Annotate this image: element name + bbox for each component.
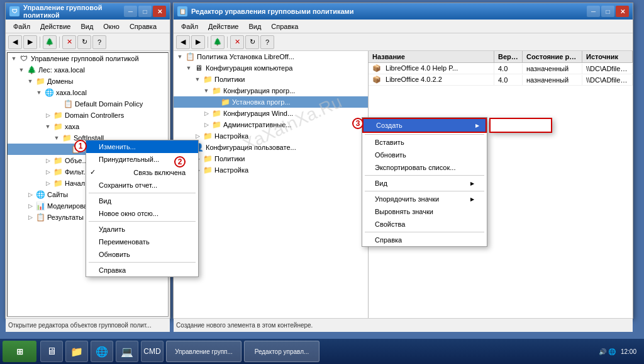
- taskbar-btn-4[interactable]: 💻: [116, 341, 138, 362]
- editor-tree-user-policies[interactable]: ▷ 📁 Политики: [174, 153, 368, 164]
- expand-xaxa: ▼: [43, 122, 53, 132]
- toolbar-sep-2: [59, 37, 60, 48]
- right-delete-button[interactable]: ✕: [230, 35, 244, 49]
- right-ctx-sep-1: [365, 134, 484, 135]
- show-tree-button[interactable]: 🌲: [43, 35, 57, 49]
- taskbar-app-gpm[interactable]: Управление групп...: [166, 341, 242, 362]
- order-arrow: ▶: [470, 196, 474, 202]
- table-row[interactable]: 📦 LibreOffice 4.0 Help P... 4.0 назначен…: [369, 63, 633, 74]
- ctx-item-refresh[interactable]: Обновить: [86, 248, 198, 261]
- ctx-item-rename[interactable]: Переименовать: [86, 236, 198, 248]
- taskbar-clock: 12:00: [621, 348, 636, 355]
- xaxalocal-icon: 🌐: [44, 88, 54, 98]
- menu-help[interactable]: Справка: [125, 21, 162, 31]
- right-show-tree-button[interactable]: 🌲: [211, 35, 225, 49]
- right-back-button[interactable]: ◀: [176, 35, 190, 49]
- delete-button[interactable]: ✕: [62, 35, 76, 49]
- tree-domain-controllers[interactable]: ▷ 📁 Domain Controllers: [8, 110, 168, 121]
- editor-tree-settings1[interactable]: ▷ 📁 Настройка: [174, 130, 368, 142]
- taskbar-btn-3[interactable]: 🌐: [91, 341, 113, 362]
- ctx-item-vid[interactable]: Вид: [86, 195, 198, 207]
- close-button[interactable]: ✕: [153, 6, 166, 17]
- right-menu-action[interactable]: Действие: [203, 21, 243, 31]
- left-window-icon: 🛡: [9, 6, 19, 16]
- ctx-item-help[interactable]: Справка: [86, 264, 198, 276]
- right-help-button[interactable]: ?: [260, 35, 274, 49]
- back-button[interactable]: ◀: [8, 35, 22, 49]
- right-forward-button[interactable]: ▶: [191, 35, 205, 49]
- default-domain-icon: 📋: [63, 99, 73, 109]
- editor-tree-root[interactable]: ▼ 📋 Политика Установка LibreOff...: [174, 51, 368, 62]
- editor-tree-user-settings[interactable]: ▷ 📁 Настройка: [174, 164, 368, 176]
- ctx-item-delete[interactable]: Удалить: [86, 223, 198, 236]
- editor-tree-admin[interactable]: ▷ 📁 Административные...: [174, 119, 368, 130]
- ctx-right-vstavit[interactable]: Вставить: [362, 136, 487, 149]
- col-source: Источник: [582, 51, 633, 62]
- editor-tree-pane[interactable]: ▼ 📋 Политика Установка LibreOff... ▼ 🖥 К…: [174, 51, 369, 318]
- left-window-titlebar: 🛡 Управление групповой политикой ─ □ ✕: [6, 3, 170, 20]
- maximize-button[interactable]: □: [138, 6, 152, 17]
- right-menu-file[interactable]: Файл: [176, 21, 203, 31]
- ctx-right-export[interactable]: Экспортировать список...: [362, 161, 487, 174]
- tree-domains[interactable]: ▼ 📁 Домены: [8, 76, 168, 87]
- start-button[interactable]: ⊞: [3, 341, 36, 362]
- ctx-right-props[interactable]: Свойства: [362, 218, 487, 230]
- expand-results: ▷: [25, 212, 35, 222]
- right-status-bar: Создание нового элемента в этом контейне…: [174, 318, 633, 332]
- table-row[interactable]: 📦 LibreOffice 4.0.2.2 4.0 назначенный \\…: [369, 74, 633, 86]
- editor-tree-install[interactable]: ▷ 📁 Установка прогр...: [174, 96, 368, 108]
- tree-xaxalocal[interactable]: ▼ 🌐 xaxa.local: [8, 87, 168, 98]
- right-window-icon: 📋: [177, 6, 187, 16]
- ctx-right-help[interactable]: Справка: [362, 234, 487, 246]
- tree-xaxa[interactable]: ▼ 📁 xaxa: [8, 121, 168, 132]
- menu-window[interactable]: Окно: [98, 21, 125, 31]
- expand-softinstall: ▼: [52, 133, 62, 143]
- ctx-submenu-paket[interactable]: Пакет...: [491, 119, 551, 132]
- taskbar-btn-2[interactable]: 📁: [65, 341, 88, 362]
- tree-default-domain[interactable]: ▷ 📋 Default Domain Policy: [8, 98, 168, 110]
- step-1-badge: 1: [74, 140, 87, 152]
- left-window-controls: ─ □ ✕: [124, 6, 166, 17]
- ctx-right-vid[interactable]: Вид ▶: [362, 177, 487, 190]
- tree-forest[interactable]: ▼ 🌲 Лес: xaxa.local: [8, 64, 168, 76]
- help-button[interactable]: ?: [92, 35, 106, 49]
- ctx-right-align[interactable]: Выровнять значки: [362, 205, 487, 218]
- editor-tree-config-wind[interactable]: ▷ 📁 Конфигурация Wind...: [174, 108, 368, 119]
- forest-label: Лес: xaxa.local: [38, 66, 85, 74]
- taskbar-btn-1[interactable]: 🖥: [40, 341, 63, 362]
- ctx-item-sohranit[interactable]: Сохранить отчет...: [86, 179, 198, 191]
- dc-icon: 📁: [53, 110, 63, 120]
- right-close-button[interactable]: ✕: [616, 6, 629, 17]
- forward-button[interactable]: ▶: [23, 35, 37, 49]
- ctx-right-order[interactable]: Упорядочить значки ▶: [362, 193, 487, 205]
- right-menu-help[interactable]: Справка: [266, 21, 303, 31]
- toolbar-sep-1: [40, 37, 40, 48]
- ctx-right-sozdat[interactable]: Создать ▶ Пакет...: [362, 118, 487, 133]
- right-toolbar-sep-2: [227, 37, 228, 48]
- domains-icon: 📁: [35, 76, 45, 86]
- right-maximize-button[interactable]: □: [601, 6, 614, 17]
- editor-tree-user-config[interactable]: ▼ 👤 Конфигурация пользовате...: [174, 142, 368, 153]
- menu-file[interactable]: Файл: [8, 21, 35, 31]
- tree-root[interactable]: ▼ 🛡 Управление групповой политикой: [8, 53, 168, 64]
- ctx-item-newwindow[interactable]: Новое окно отсю...: [86, 207, 198, 220]
- ctx-item-izmenit[interactable]: Изменить...: [86, 140, 198, 153]
- refresh-button[interactable]: ↻: [77, 35, 91, 49]
- menu-action[interactable]: Действие: [35, 21, 75, 31]
- right-minimize-button[interactable]: ─: [587, 6, 600, 17]
- editor-tree-config-prog[interactable]: ▼ 📁 Конфигурация прогр...: [174, 85, 368, 96]
- minimize-button[interactable]: ─: [124, 6, 137, 17]
- right-refresh-button[interactable]: ↻: [245, 35, 259, 49]
- right-menubar: Файл Действие Вид Справка: [174, 20, 633, 33]
- right-menu-view[interactable]: Вид: [243, 21, 266, 31]
- editor-tree-computer[interactable]: ▼ 🖥 Конфигурация компьютера: [174, 62, 368, 74]
- obje-label: Объе...: [65, 157, 88, 164]
- taskbar-btn-5[interactable]: CMD: [141, 341, 164, 362]
- menu-view[interactable]: Вид: [75, 21, 98, 31]
- ctx-item-svyaz[interactable]: Связь включена: [86, 166, 198, 179]
- taskbar-app-gpe[interactable]: Редактор управл...: [244, 341, 319, 362]
- ctx-right-obnovit[interactable]: Обновить: [362, 149, 487, 161]
- editor-tree-policies[interactable]: ▼ 📁 Политики: [174, 74, 368, 85]
- cell-version-2: 4.0: [494, 75, 523, 85]
- expand-domains: ▼: [25, 76, 35, 86]
